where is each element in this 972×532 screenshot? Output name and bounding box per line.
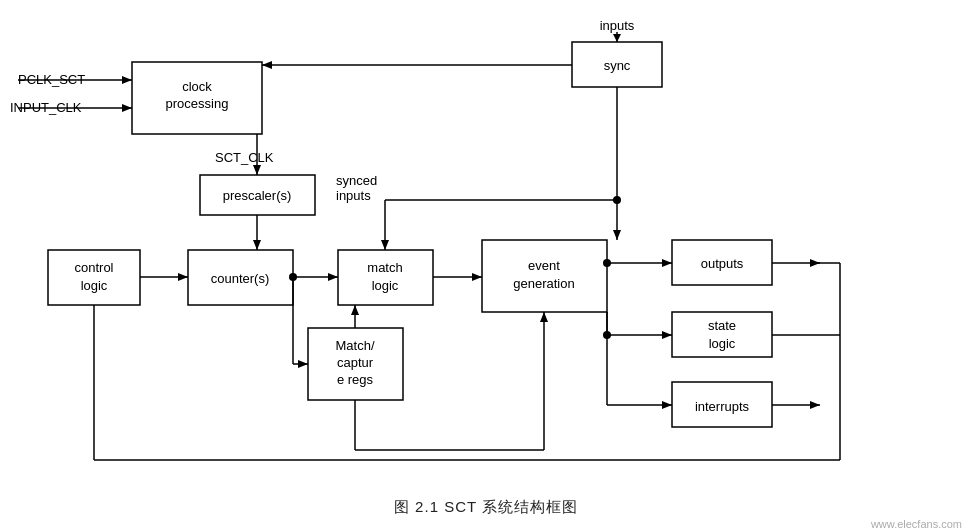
svg-text:generation: generation xyxy=(513,276,574,291)
svg-text:logic: logic xyxy=(81,278,108,293)
svg-text:event: event xyxy=(528,258,560,273)
svg-text:interrupts: interrupts xyxy=(695,399,750,414)
svg-text:logic: logic xyxy=(372,278,399,293)
svg-text:captur: captur xyxy=(337,355,374,370)
svg-text:e regs: e regs xyxy=(337,372,374,387)
svg-text:clock: clock xyxy=(182,79,212,94)
svg-text:inputs: inputs xyxy=(336,188,371,203)
svg-text:sync: sync xyxy=(604,58,631,73)
svg-point-57 xyxy=(603,259,611,267)
svg-text:outputs: outputs xyxy=(701,256,744,271)
svg-text:SCT_CLK: SCT_CLK xyxy=(215,150,274,165)
diagram-container: clock processing sync prescaler(s) contr… xyxy=(0,0,972,490)
watermark: www.elecfans.com xyxy=(871,518,962,530)
svg-text:logic: logic xyxy=(709,336,736,351)
svg-text:prescaler(s): prescaler(s) xyxy=(223,188,292,203)
diagram-svg: clock processing sync prescaler(s) contr… xyxy=(0,0,972,490)
svg-text:counter(s): counter(s) xyxy=(211,271,270,286)
svg-text:synced: synced xyxy=(336,173,377,188)
svg-text:Match/: Match/ xyxy=(335,338,374,353)
svg-text:state: state xyxy=(708,318,736,333)
svg-text:match: match xyxy=(367,260,402,275)
svg-text:control: control xyxy=(74,260,113,275)
svg-text:processing: processing xyxy=(166,96,229,111)
svg-text:inputs: inputs xyxy=(600,18,635,33)
caption: 图 2.1 SCT 系统结构框图 xyxy=(0,490,972,521)
